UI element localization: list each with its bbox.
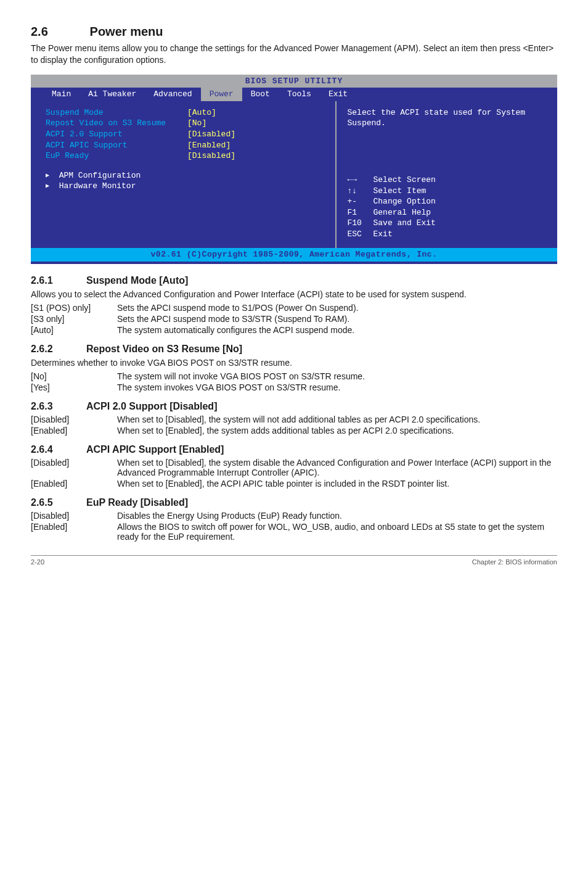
option-key: [S3 only]	[31, 314, 117, 324]
bios-value: [No]	[187, 118, 206, 129]
subsection-heading: 2.6.5EuP Ready [Disabled]	[31, 497, 557, 508]
option-desc: When set to [Enabled], the system adds a…	[117, 426, 557, 435]
nav-key: ↑↓	[348, 186, 374, 197]
option-desc: When set to [Disabled], the system will …	[117, 415, 557, 424]
option-desc: Sets the APCI suspend mode to S1/POS (Po…	[117, 303, 557, 313]
option-key: [Yes]	[31, 382, 117, 392]
option-row: [No]The system will not invoke VGA BIOS …	[31, 371, 557, 381]
subsection-heading: 2.6.3ACPI 2.0 Support [Disabled]	[31, 401, 557, 412]
nav-action: Save and Exit	[374, 218, 436, 228]
bios-value: [Disabled]	[187, 151, 235, 162]
sec-num: 2.6	[31, 25, 86, 39]
bios-help-text: Select the ACPI state used for System Su…	[348, 107, 547, 129]
bios-item-repost[interactable]: Repost Video on S3 Resume[No]	[46, 118, 324, 129]
bios-nav-help: ←→Select Screen ↑↓Select Item +-Change O…	[348, 175, 547, 239]
option-row: [S3 only]Sets the APCI suspend mode to S…	[31, 314, 557, 324]
bios-title: BIOS SETUP UTILITY	[31, 75, 557, 88]
sec-title: Suspend Mode [Auto]	[86, 275, 188, 286]
nav-key: ESC	[348, 229, 374, 240]
option-desc: When set to [Enabled], the ACPI APIC tab…	[117, 479, 557, 489]
tab-boot[interactable]: Boot	[242, 88, 279, 101]
sec-title: Power menu	[90, 25, 163, 38]
bios-window: BIOS SETUP UTILITY Main Ai Tweaker Advan…	[31, 75, 557, 264]
bios-label: Repost Video on S3 Resume	[46, 118, 187, 129]
sec-num: 2.6.3	[31, 401, 86, 412]
bios-value: [Disabled]	[187, 129, 235, 140]
option-desc: Disables the Energy Using Products (EuP)…	[117, 511, 557, 521]
sec-title: ACPI 2.0 Support [Disabled]	[86, 401, 217, 411]
bios-label: ACPI 2.0 Support	[46, 129, 187, 140]
bios-footer: v02.61 (C)Copyright 1985-2009, American …	[31, 248, 557, 262]
subsection-heading: 2.6.4ACPI APIC Support [Enabled]	[31, 444, 557, 455]
nav-key: ←→	[348, 175, 374, 186]
nav-action: Select Item	[374, 186, 427, 196]
subsection-heading: 2.6.2Repost Video on S3 Resume [No]	[31, 344, 557, 355]
sec-title: ACPI APIC Support [Enabled]	[86, 444, 224, 455]
option-key: [Auto]	[31, 325, 117, 335]
option-row: [Yes]The system invokes VGA BIOS POST on…	[31, 382, 557, 392]
nav-action: Exit	[374, 229, 393, 239]
sec-title: Repost Video on S3 Resume [No]	[86, 344, 242, 354]
sec-num: 2.6.5	[31, 497, 86, 508]
option-row: [Enabled]When set to [Enabled], the ACPI…	[31, 479, 557, 489]
bios-item-apic[interactable]: ACPI APIC Support[Enabled]	[46, 140, 324, 151]
tab-exit[interactable]: Exit	[320, 88, 356, 101]
option-key: [S1 (POS) only]	[31, 303, 117, 313]
option-key: [Disabled]	[31, 511, 117, 521]
nav-key: F1	[348, 207, 374, 218]
tab-ai[interactable]: Ai Tweaker	[80, 88, 145, 101]
page-footer: 2-20 Chapter 2: BIOS information	[31, 555, 557, 566]
submenu-label: APM Configuration	[59, 171, 141, 180]
option-key: [Enabled]	[31, 426, 117, 435]
tab-advanced[interactable]: Advanced	[145, 88, 200, 101]
bios-item-eup[interactable]: EuP Ready[Disabled]	[46, 151, 324, 162]
option-key: [Enabled]	[31, 479, 117, 489]
sec-num: 2.6.4	[31, 444, 86, 455]
bios-item-suspend[interactable]: Suspend Mode[Auto]	[46, 107, 324, 118]
submenu-label: Hardware Monitor	[59, 181, 136, 191]
option-desc: Allows the BIOS to switch off power for …	[117, 522, 557, 542]
option-row: [S1 (POS) only]Sets the APCI suspend mod…	[31, 303, 557, 313]
option-key: [Enabled]	[31, 522, 117, 532]
bios-value: [Enabled]	[187, 140, 231, 151]
subsection-heading: 2.6.1Suspend Mode [Auto]	[31, 275, 557, 286]
bios-submenu-hw[interactable]: ▶ Hardware Monitor	[46, 181, 324, 192]
bios-submenu-apm[interactable]: ▶ APM Configuration	[46, 170, 324, 181]
option-desc: The system invokes VGA BIOS POST on S3/S…	[117, 382, 557, 392]
page-number: 2-20	[31, 558, 44, 566]
option-row: [Auto]The system automatically configure…	[31, 325, 557, 335]
bios-item-acpi20[interactable]: ACPI 2.0 Support[Disabled]	[46, 129, 324, 140]
sec-title: EuP Ready [Disabled]	[86, 497, 188, 508]
option-key: [Disabled]	[31, 415, 117, 424]
tab-main[interactable]: Main	[43, 88, 80, 101]
option-key: [No]	[31, 371, 117, 381]
option-row: [Disabled]Disables the Energy Using Prod…	[31, 511, 557, 521]
option-key: [Disabled]	[31, 458, 117, 468]
option-row: [Disabled]When set to [Disabled], the sy…	[31, 458, 557, 477]
bios-label: ACPI APIC Support	[46, 140, 187, 151]
option-row: [Disabled]When set to [Disabled], the sy…	[31, 415, 557, 424]
intro-text: The Power menu items allow you to change…	[31, 43, 557, 66]
nav-key: +-	[348, 196, 374, 207]
body-text: Determines whether to invoke VGA BIOS PO…	[31, 357, 557, 369]
bios-right-pane: Select the ACPI state used for System Su…	[335, 101, 558, 248]
option-row: [Enabled]When set to [Enabled], the syst…	[31, 426, 557, 435]
triangle-icon: ▶	[46, 172, 49, 179]
option-row: [Enabled]Allows the BIOS to switch off p…	[31, 522, 557, 542]
option-desc: When set to [Disabled], the system disab…	[117, 458, 557, 477]
bios-label: EuP Ready	[46, 151, 187, 162]
option-desc: The system will not invoke VGA BIOS POST…	[117, 371, 557, 381]
chapter-label: Chapter 2: BIOS information	[472, 558, 557, 566]
tab-tools[interactable]: Tools	[279, 88, 320, 101]
nav-action: General Help	[374, 208, 431, 217]
body-text: Allows you to select the Advanced Config…	[31, 289, 557, 300]
tab-power[interactable]: Power	[201, 88, 242, 101]
sec-num: 2.6.1	[31, 275, 86, 286]
triangle-icon: ▶	[46, 183, 49, 189]
option-desc: The system automatically configures the …	[117, 325, 557, 335]
bios-tabs: Main Ai Tweaker Advanced Power Boot Tool…	[31, 88, 557, 101]
sec-num: 2.6.2	[31, 344, 86, 355]
nav-action: Change Option	[374, 197, 436, 206]
option-desc: Sets the APCI suspend mode to S3/STR (Su…	[117, 314, 557, 324]
bios-value: [Auto]	[187, 107, 216, 118]
